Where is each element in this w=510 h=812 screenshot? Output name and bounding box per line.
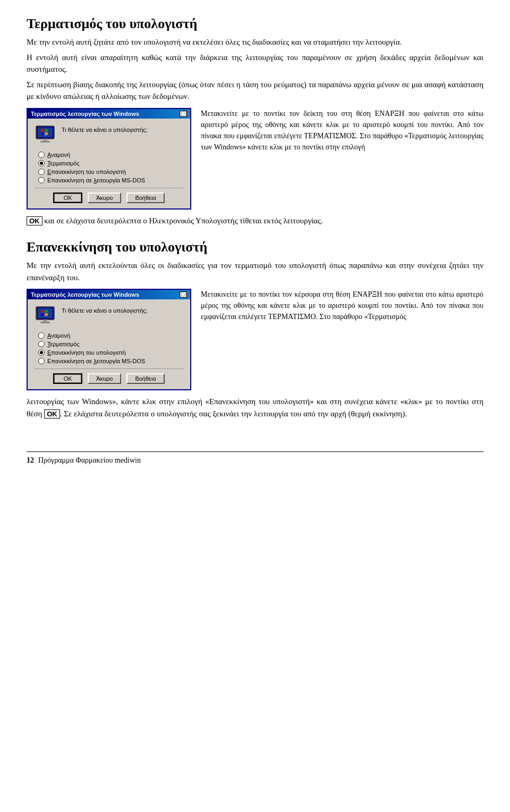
footer-page-number: 12: [27, 456, 34, 465]
radio2-label-1: Τερματισμός: [47, 341, 80, 347]
radio2-1[interactable]: [38, 341, 45, 347]
section1-para3: Σε περίπτωση βίαιης διακοπής της λειτουρ…: [27, 79, 483, 103]
windows-shutdown-dialog-1: Τερματισμός λειτουργίας των Windows ✕: [27, 108, 191, 210]
section1-right-text: Μετακινείτε με το ποντίκι τον δείκτη του…: [201, 108, 483, 210]
radio-label-2: Επανεκκίνηση του υπολογιστή: [47, 169, 126, 175]
svg-rect-17: [43, 320, 47, 322]
section2-title: Επανεκκίνηση του υπολογιστή: [27, 239, 483, 255]
dialog1-icon-area: Τι θέλετε να κάνει ο υπολογιστής;: [34, 124, 184, 146]
svg-point-19: [45, 316, 46, 317]
dialog1-buttons: ΟΚ Άκυρο Βοήθεια: [34, 188, 184, 203]
dialog2-body: Τι θέλετε να κάνει ο υπολογιστής; Αναμον…: [28, 299, 190, 389]
ok-inline-2: ΟΚ: [44, 409, 60, 418]
section1-right-para: Μετακινείτε με το ποντίκι τον δείκτη του…: [201, 108, 483, 153]
radio2-2[interactable]: [38, 349, 45, 356]
section2-right-text: Μετακινείτε με το ποντίκι τον κέρσορα στ…: [201, 289, 483, 390]
section2-right-para: Μετακινείτε με το ποντίκι τον κέρσορα στ…: [201, 289, 483, 322]
section2-para-after: . Σε ελάχιστα δευτερόλεπτα ο υπολογιστής…: [60, 409, 407, 418]
svg-rect-5: [41, 132, 44, 135]
section1-title: Τερματισμός του υπολογιστή: [27, 16, 483, 32]
svg-rect-16: [45, 313, 48, 316]
section2-content-area: Τερματισμός λειτουργίας των Windows ✕: [27, 289, 483, 390]
svg-rect-8: [40, 141, 50, 143]
dialog1-option-0[interactable]: Αναμονή: [38, 152, 184, 158]
dialog2-option-3[interactable]: Επανεκκίνηση σε λειτουργία MS-DOS: [38, 358, 184, 364]
dialog2-titlebar-buttons: ✕: [180, 291, 187, 298]
monitor-icon-2: [34, 305, 56, 327]
section2-dialog-area: Τερματισμός λειτουργίας των Windows ✕: [27, 289, 191, 390]
radio2-label-2: Επανεκκίνηση του υπολογιστή: [47, 349, 126, 356]
page-footer: 12 Πρόγραμμα Φαρμακείου mediwin: [27, 451, 483, 465]
dialog2-option-0[interactable]: Αναμονή: [38, 332, 184, 339]
svg-rect-4: [45, 129, 48, 132]
radio-label-1: Τερματισμός: [47, 160, 80, 166]
dialog2-option-2[interactable]: Επανεκκίνηση του υπολογιστή: [38, 349, 184, 356]
footer-program-name: Πρόγραμμα Φαρμακείου mediwin: [38, 456, 141, 465]
dialog1-title-text: Τερματισμός λειτουργίας των Windows: [31, 111, 139, 117]
radio-label-3: Επανεκκίνηση σε λειτουργία MS-DOS: [47, 177, 145, 183]
dialog2-buttons: ΟΚ Άκυρο Βοήθεια: [34, 369, 184, 384]
svg-rect-3: [41, 129, 44, 132]
svg-rect-7: [43, 139, 47, 141]
dialog2-option-1[interactable]: Τερματισμός: [38, 341, 184, 347]
radio-1[interactable]: [38, 160, 45, 166]
dialog1-option-2[interactable]: Επανεκκίνηση του υπολογιστή: [38, 169, 184, 175]
dialog2-titlebar: Τερματισμός λειτουργίας των Windows ✕: [28, 290, 190, 299]
dialog2-title-text: Τερματισμός λειτουργίας των Windows: [31, 291, 139, 298]
section1-content-area: Τερματισμός λειτουργίας των Windows ✕: [27, 108, 483, 210]
dialog1-titlebar: Τερματισμός λειτουργίας των Windows ✕: [28, 109, 190, 119]
svg-rect-15: [41, 313, 44, 316]
dialog1-titlebar-buttons: ✕: [180, 111, 187, 117]
dialog2-icon-area: Τι θέλετε να κάνει ο υπολογιστής;: [34, 305, 184, 327]
dialog1-close-btn[interactable]: ✕: [180, 111, 187, 117]
section1-para1: Με την εντολή αυτή ζητάτε από τον υπολογ…: [27, 36, 483, 48]
svg-rect-13: [41, 310, 44, 313]
svg-rect-6: [45, 132, 48, 135]
dialog2-radio-group: Αναμονή Τερματισμός Επανεκκίνηση του υπο…: [38, 332, 184, 364]
dialog1-ok-btn[interactable]: ΟΚ: [53, 192, 82, 203]
section1-after-dialog: ΟΚ και σε ελάχιστα δευτερόλεπτα ο Ηλεκτρ…: [27, 215, 483, 227]
section2-right-text1: Μετακινείτε με το ποντίκι τον κέρσορα στ…: [201, 290, 483, 321]
section1-after-ok-text: και σε ελάχιστα δευτερόλεπτα ο Ηλεκτρονι…: [44, 216, 322, 225]
svg-rect-18: [40, 322, 50, 323]
dialog1-cancel-btn[interactable]: Άκυρο: [88, 192, 121, 203]
section2-after-dialog: λειτουργίας των Windows», κάντε κλικ στη…: [27, 396, 483, 420]
ok-inline-1: ΟΚ: [27, 216, 42, 225]
section1-dialog-area: Τερματισμός λειτουργίας των Windows ✕: [27, 108, 191, 210]
dialog1-option-3[interactable]: Επανεκκίνηση σε λειτουργία MS-DOS: [38, 177, 184, 183]
radio-3[interactable]: [38, 177, 45, 183]
dialog1-question: Τι θέλετε να κάνει ο υπολογιστής;: [62, 124, 148, 146]
dialog2-help-btn[interactable]: Βοήθεια: [126, 373, 164, 384]
radio2-label-0: Αναμονή: [47, 332, 70, 339]
radio-0[interactable]: [38, 152, 45, 158]
radio2-label-3: Επανεκκίνηση σε λειτουργία MS-DOS: [47, 358, 145, 364]
monitor-icon-1: [34, 124, 56, 146]
dialog1-body: Τι θέλετε να κάνει ο υπολογιστής; Αναμον…: [28, 119, 190, 208]
radio-label-0: Αναμονή: [47, 152, 70, 158]
dialog2-ok-btn[interactable]: ΟΚ: [53, 373, 82, 384]
dialog2-cancel-btn[interactable]: Άκυρο: [88, 373, 121, 384]
dialog2-question: Τι θέλετε να κάνει ο υπολογιστής;: [62, 305, 148, 327]
section1-para2: Η εντολή αυτή είναι απαραίτητη καθώς κατ…: [27, 52, 483, 76]
dialog1-help-btn[interactable]: Βοήθεια: [126, 192, 164, 203]
dialog2-close-btn[interactable]: ✕: [180, 291, 187, 298]
section1-right-text-content: Μετακινείτε με το ποντίκι τον δείκτη του…: [201, 110, 483, 151]
radio2-3[interactable]: [38, 358, 45, 364]
svg-rect-14: [45, 310, 48, 313]
svg-point-9: [45, 135, 46, 136]
dialog1-option-1[interactable]: Τερματισμός: [38, 160, 184, 166]
windows-shutdown-dialog-2: Τερματισμός λειτουργίας των Windows ✕: [27, 289, 191, 390]
radio-2[interactable]: [38, 169, 45, 175]
dialog1-radio-group: Αναμονή Τερματισμός Επανεκκίνηση του υπο…: [38, 152, 184, 183]
section2-para1: Με την εντολή αυτή εκτελούνται όλες οι δ…: [27, 259, 483, 283]
radio2-0[interactable]: [38, 332, 45, 339]
